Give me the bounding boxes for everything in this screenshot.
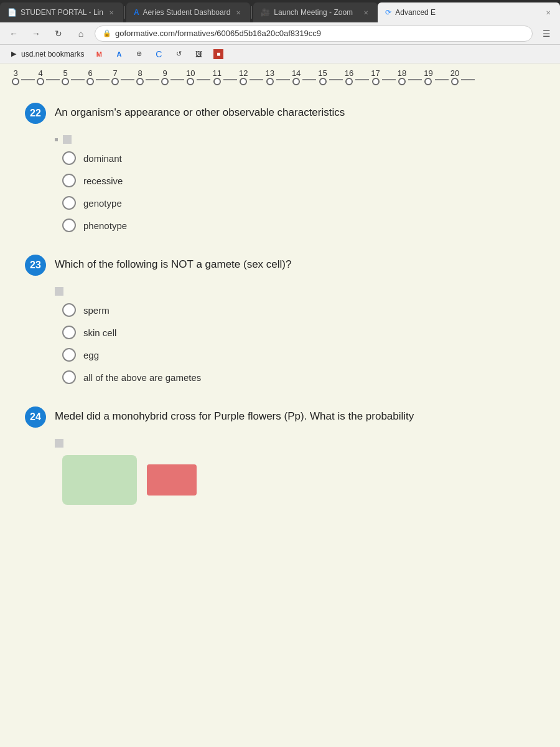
nav-item-11[interactable]: 11 (212, 68, 221, 85)
nav-item-8[interactable]: 8 (136, 68, 144, 85)
nav-dot-5 (62, 78, 69, 85)
tab-label-aeries: Aeries Student Dashboard (143, 8, 231, 17)
nav-connector (382, 79, 396, 80)
tab-bar: 📄 STUDENT PORTAL - Lin ✕ A Aeries Studen… (0, 0, 560, 22)
tab-close-zoom[interactable]: ✕ (362, 8, 370, 17)
nav-item-9[interactable]: 9 (161, 68, 169, 85)
nav-connector (121, 79, 134, 80)
q22-radio-genotype[interactable] (62, 196, 76, 210)
nav-connector (461, 79, 475, 80)
question-24-header: 24 Medel did a monohybrid cross for Purp… (25, 406, 535, 428)
q23-option-skin-cell[interactable]: skin cell (62, 326, 535, 339)
q24-flag-icon (55, 439, 63, 448)
bookmark-red[interactable]: ■ (210, 48, 227, 60)
question-23-header: 23 Which of the following is NOT a gamet… (25, 255, 535, 276)
bookmark-icon-photo: 🖼 (194, 49, 203, 59)
nav-dot-18 (398, 78, 406, 85)
nav-dot-11 (213, 78, 221, 85)
home-button[interactable]: ⌂ (72, 25, 90, 42)
nav-item-13[interactable]: 13 (265, 68, 274, 85)
question-23-badge: 23 (25, 255, 46, 276)
question-22-header: 22 An organism's appearance or other obs… (25, 103, 535, 124)
nav-item-18[interactable]: 18 (398, 68, 406, 85)
nav-item-10[interactable]: 10 (186, 68, 195, 85)
q22-radio-dominant[interactable] (62, 151, 76, 165)
nav-connector (276, 79, 290, 80)
q23-radio-egg[interactable] (62, 348, 76, 362)
url-bar[interactable]: 🔒 goformative.com/formatives/60065d5b16a… (95, 26, 533, 42)
bookmark-circle[interactable]: ⊕ (130, 48, 147, 60)
bookmark-icon-refresh: ↺ (174, 49, 184, 59)
lock-icon: 🔒 (103, 29, 111, 37)
q23-radio-all[interactable] (62, 370, 76, 384)
nav-connector (302, 79, 316, 80)
questions-area: 22 An organism's appearance or other obs… (0, 90, 560, 540)
tab-close-advanced[interactable]: ✕ (544, 8, 553, 17)
question-block-24: 24 Medel did a monohybrid cross for Purp… (25, 406, 535, 505)
question-22-options: dominant recessive genotype phenotype (25, 151, 535, 232)
nav-item-17[interactable]: 17 (371, 68, 380, 85)
nav-connector (96, 79, 110, 80)
q23-label-all: all of the above are gametes (83, 372, 201, 383)
nav-item-4[interactable]: 4 (37, 68, 44, 85)
nav-item-16[interactable]: 16 (345, 68, 353, 85)
tab-close-aeries[interactable]: ✕ (234, 8, 243, 17)
tab-label-advanced: Advanced E (395, 8, 436, 17)
question-block-22: 22 An organism's appearance or other obs… (25, 103, 535, 232)
nav-connector (223, 79, 237, 80)
nav-item-14[interactable]: 14 (292, 68, 301, 85)
tab-aeries[interactable]: A Aeries Student Dashboard ✕ (126, 2, 250, 22)
tab-zoom[interactable]: 🎥 Launch Meeting - Zoom ✕ (253, 2, 378, 22)
bookmark-icon-c: C (154, 49, 164, 59)
q23-option-egg[interactable]: egg (62, 348, 535, 362)
back-button[interactable]: ← (5, 25, 22, 42)
bookmark-c[interactable]: C (150, 48, 167, 60)
question-23-text: Which of the following is NOT a gamete (… (55, 255, 291, 272)
q22-radio-phenotype[interactable] (62, 218, 76, 232)
tab-icon-advanced: ⟳ (385, 8, 391, 17)
bookmark-m[interactable]: M (90, 48, 108, 60)
refresh-button[interactable]: ↻ (50, 25, 67, 42)
q23-option-all[interactable]: all of the above are gametes (62, 370, 535, 384)
nav-dot-17 (372, 78, 380, 85)
question-24-text: Medel did a monohybrid cross for Purple … (55, 406, 414, 424)
tab-close-student[interactable]: ✕ (107, 8, 116, 17)
bookmark-photo[interactable]: 🖼 (190, 48, 207, 60)
q23-radio-skin-cell[interactable] (62, 326, 76, 339)
nav-item-6[interactable]: 6 (86, 68, 94, 85)
nav-item-20[interactable]: 20 (450, 68, 459, 85)
nav-item-5[interactable]: 5 (62, 68, 69, 85)
question-22-meta (55, 135, 535, 144)
nav-dot-8 (136, 78, 144, 85)
nav-item-3[interactable]: 3 (12, 68, 19, 85)
nav-item-19[interactable]: 19 (424, 68, 432, 85)
nav-item-15[interactable]: 15 (318, 68, 327, 85)
q23-label-sperm: sperm (83, 305, 110, 316)
bookmark-refresh[interactable]: ↺ (170, 48, 187, 60)
nav-item-7[interactable]: 7 (111, 68, 119, 85)
question-24-badge: 24 (25, 406, 46, 428)
url-text: goformative.com/formatives/60065d5b16a20… (115, 29, 321, 38)
tab-advanced[interactable]: ⟳ Advanced E ✕ (378, 2, 560, 22)
bookmark-icon-circle: ⊕ (134, 49, 144, 59)
browser-chrome: 📄 STUDENT PORTAL - Lin ✕ A Aeries Studen… (0, 0, 560, 63)
q22-option-phenotype[interactable]: phenotype (62, 218, 535, 232)
extensions-button[interactable]: ☰ (538, 25, 555, 42)
tab-student-portal[interactable]: 📄 STUDENT PORTAL - Lin ✕ (0, 2, 123, 22)
tab-label-zoom: Launch Meeting - Zoom (274, 8, 353, 17)
tab-separator-2 (251, 6, 252, 19)
nav-item-12[interactable]: 12 (239, 68, 248, 85)
q23-radio-sperm[interactable] (62, 303, 76, 317)
bookmark-usd[interactable]: ▶ usd.net bookmarks (5, 48, 88, 60)
q23-option-sperm[interactable]: sperm (62, 303, 535, 317)
q22-label-recessive: recessive (83, 176, 123, 186)
q22-label-genotype: genotype (83, 198, 122, 209)
forward-button[interactable]: → (27, 25, 45, 42)
q22-option-genotype[interactable]: genotype (62, 196, 535, 210)
q22-radio-recessive[interactable] (62, 174, 76, 187)
bookmark-a[interactable]: A (110, 48, 128, 60)
q22-flag-icon (63, 135, 72, 144)
q22-option-recessive[interactable]: recessive (62, 174, 535, 187)
q22-option-dominant[interactable]: dominant (62, 151, 535, 165)
nav-dot-19 (424, 78, 432, 85)
